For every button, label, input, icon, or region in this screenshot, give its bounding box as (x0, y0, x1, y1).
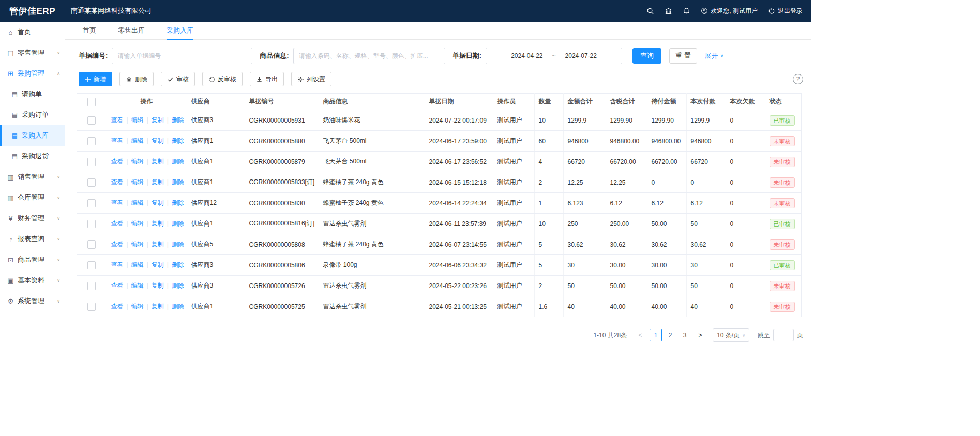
sidebar-item-system[interactable]: ⚙系统管理∨ (0, 291, 65, 311)
row-action-copy[interactable]: 复制 (152, 178, 164, 186)
welcome-user[interactable]: 欢迎您, 测试用户 (701, 7, 758, 16)
row-action-copy[interactable]: 复制 (152, 220, 164, 227)
date-to-value[interactable]: 2024-07-22 (565, 52, 597, 59)
row-checkbox[interactable] (87, 178, 96, 187)
bell-icon[interactable] (683, 7, 690, 15)
sidebar-item-goods[interactable]: ⊡商品管理∨ (0, 249, 65, 270)
row-action-edit[interactable]: 编辑 (131, 282, 144, 289)
delete-button[interactable]: 删除 (119, 72, 154, 86)
sidebar-item-sales[interactable]: ▥销售管理∨ (0, 167, 65, 187)
add-button[interactable]: 新增 (79, 72, 112, 86)
sidebar-item-purchase[interactable]: ⊞采购管理∧ (0, 63, 65, 84)
row-checkbox[interactable] (87, 158, 96, 166)
tab-purchase-inbound[interactable]: 采购入库 (167, 22, 193, 40)
sidebar-item-finance[interactable]: ¥财务管理∨ (0, 208, 65, 229)
row-checkbox[interactable] (87, 282, 96, 290)
row-action-edit[interactable]: 编辑 (131, 116, 144, 124)
row-action-delete[interactable]: 删除 (172, 303, 184, 310)
row-action-copy[interactable]: 复制 (152, 303, 164, 310)
row-checkbox[interactable] (87, 137, 96, 145)
bill-no-label: 单据编号: (79, 51, 108, 61)
row-action-copy[interactable]: 复制 (152, 137, 164, 144)
row-action-edit[interactable]: 编辑 (131, 261, 144, 268)
row-action-delete[interactable]: 删除 (172, 158, 184, 165)
jump-page-input[interactable] (773, 329, 794, 341)
reset-button[interactable]: 重 置 (669, 48, 697, 64)
export-button[interactable]: 导出 (250, 72, 284, 86)
sidebar-item-purchase-request[interactable]: ▤请购单 (0, 84, 65, 104)
search-button[interactable]: 查询 (632, 48, 661, 64)
row-action-edit[interactable]: 编辑 (131, 199, 144, 206)
sidebar-item-retail[interactable]: ▤零售管理∨ (0, 42, 65, 63)
row-action-view[interactable]: 查看 (111, 158, 124, 165)
row-action-copy[interactable]: 复制 (152, 116, 164, 124)
sidebar-item-warehouse[interactable]: ▦仓库管理∨ (0, 187, 65, 208)
bank-icon[interactable] (665, 7, 672, 15)
row-action-edit[interactable]: 编辑 (131, 158, 144, 165)
row-checkbox[interactable] (87, 116, 96, 125)
row-action-edit[interactable]: 编辑 (131, 178, 144, 186)
bill-no-input[interactable] (112, 48, 252, 64)
row-action-view[interactable]: 查看 (111, 199, 124, 206)
sidebar-item-purchase-order[interactable]: ▤采购订单 (0, 104, 65, 125)
cell-product: 蜂蜜柚子茶 240g 黄色 (319, 193, 425, 214)
filter-bar: 单据编号: 商品信息: 单据日期: 2024-04-22 ~ 2024-07-2… (65, 40, 811, 72)
select-all-checkbox[interactable] (87, 98, 96, 106)
row-action-delete[interactable]: 删除 (172, 240, 184, 248)
expand-link[interactable]: 展开 ∨ (705, 51, 724, 61)
help-icon[interactable]: ? (793, 74, 803, 84)
page-button-3[interactable]: 3 (679, 329, 691, 341)
row-action-copy[interactable]: 复制 (152, 240, 164, 248)
column-settings-button[interactable]: 列设置 (291, 72, 331, 86)
row-action-view[interactable]: 查看 (111, 303, 124, 310)
row-action-delete[interactable]: 删除 (172, 116, 184, 124)
row-action-delete[interactable]: 删除 (172, 261, 184, 268)
row-checkbox[interactable] (87, 303, 96, 311)
row-checkbox[interactable] (87, 199, 96, 207)
row-action-view[interactable]: 查看 (111, 178, 124, 186)
row-checkbox[interactable] (87, 240, 96, 249)
row-action-view[interactable]: 查看 (111, 261, 124, 268)
row-action-view[interactable]: 查看 (111, 240, 124, 248)
row-action-delete[interactable]: 删除 (172, 220, 184, 227)
row-action-copy[interactable]: 复制 (152, 199, 164, 206)
sidebar-item-basic[interactable]: ▣基本资料∨ (0, 270, 65, 291)
sidebar-item-purchase-inbound[interactable]: ▤采购入库 (0, 125, 65, 146)
row-action-edit[interactable]: 编辑 (131, 240, 144, 248)
page-button-1[interactable]: 1 (650, 329, 662, 341)
page-size-value: 10 条/页 (717, 331, 740, 340)
sidebar-item-report[interactable]: ◔报表查询∨ (0, 229, 65, 249)
date-separator: ~ (552, 52, 556, 59)
row-action-delete[interactable]: 删除 (172, 282, 184, 289)
unaudit-button[interactable]: 反审核 (202, 72, 243, 86)
sidebar-item-purchase-return[interactable]: ▤采购退货 (0, 146, 65, 167)
tab-retail-outbound[interactable]: 零售出库 (118, 22, 145, 40)
prev-page-button[interactable]: < (635, 332, 645, 339)
next-page-button[interactable]: > (695, 332, 705, 339)
row-checkbox[interactable] (87, 261, 96, 269)
logout-button[interactable]: 退出登录 (768, 7, 803, 16)
row-action-view[interactable]: 查看 (111, 137, 124, 144)
row-action-view[interactable]: 查看 (111, 220, 124, 227)
row-action-copy[interactable]: 复制 (152, 158, 164, 165)
row-action-copy[interactable]: 复制 (152, 261, 164, 268)
search-icon[interactable] (646, 7, 654, 15)
row-action-view[interactable]: 查看 (111, 282, 124, 289)
date-range-picker[interactable]: 2024-04-22 ~ 2024-07-22 (486, 48, 622, 64)
sidebar-item-home[interactable]: ⌂首页 (0, 22, 65, 42)
row-checkbox[interactable] (87, 220, 96, 228)
row-action-delete[interactable]: 删除 (172, 137, 184, 144)
tab-home[interactable]: 首页 (83, 22, 96, 40)
product-info-input[interactable] (293, 48, 445, 64)
page-size-select[interactable]: 10 条/页 ∨ (713, 328, 749, 342)
row-action-edit[interactable]: 编辑 (131, 137, 144, 144)
row-action-view[interactable]: 查看 (111, 116, 124, 124)
row-action-delete[interactable]: 删除 (172, 199, 184, 206)
row-action-copy[interactable]: 复制 (152, 282, 164, 289)
row-action-delete[interactable]: 删除 (172, 178, 184, 186)
date-from-value[interactable]: 2024-04-22 (511, 52, 542, 59)
audit-button[interactable]: 审核 (161, 72, 195, 86)
row-action-edit[interactable]: 编辑 (131, 303, 144, 310)
row-action-edit[interactable]: 编辑 (131, 220, 144, 227)
page-button-2[interactable]: 2 (664, 329, 676, 341)
